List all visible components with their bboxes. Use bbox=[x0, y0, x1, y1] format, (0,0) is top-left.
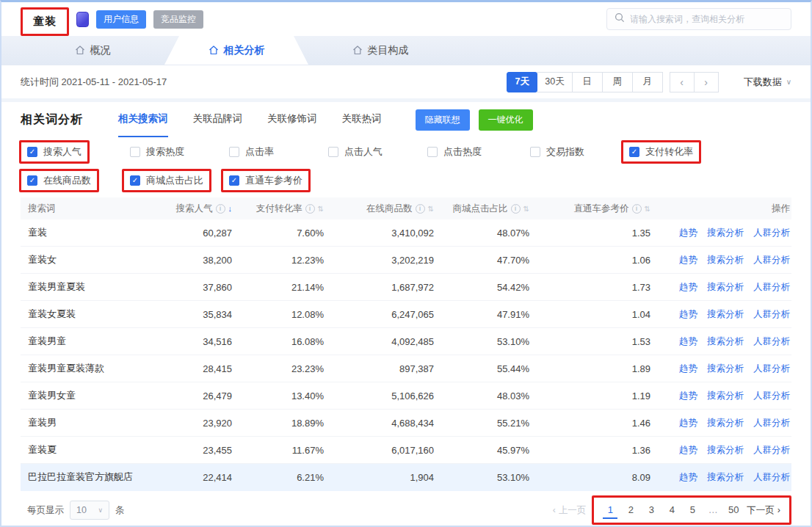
metric-checkbox[interactable] bbox=[229, 147, 239, 157]
date-next-button[interactable]: › bbox=[694, 72, 719, 92]
pagination: ‹ 上一页 12345…50 下一页 › bbox=[553, 495, 791, 525]
metric-label: 点击率 bbox=[245, 145, 274, 159]
value-cell-4: 48.03% bbox=[435, 390, 531, 401]
metric-checkbox[interactable]: ✓ bbox=[130, 175, 140, 186]
metric-label: 商城点击占比 bbox=[146, 174, 203, 187]
action-link-趋势[interactable]: 趋势 bbox=[679, 471, 697, 484]
nav-tab-1[interactable]: 概况 bbox=[21, 36, 164, 65]
table-row: 童装男童34,51616.08%4,092,48553.10%1.53趋势搜索分… bbox=[21, 328, 791, 355]
value-cell-3: 1,904 bbox=[325, 472, 435, 483]
value-cell-4: 48.07% bbox=[435, 228, 531, 239]
action-link-人群分析[interactable]: 人群分析 bbox=[753, 308, 790, 321]
action-link-搜索分析[interactable]: 搜索分析 bbox=[707, 281, 744, 294]
section-tab-3[interactable]: 关联修饰词 bbox=[267, 102, 317, 137]
action-link-搜索分析[interactable]: 搜索分析 bbox=[707, 471, 744, 484]
action-link-搜索分析[interactable]: 搜索分析 bbox=[707, 335, 744, 348]
action-link-人群分析[interactable]: 人群分析 bbox=[753, 417, 790, 429]
column-header-5[interactable]: 商城点击占比i⇅ bbox=[435, 203, 531, 215]
action-link-趋势[interactable]: 趋势 bbox=[679, 363, 697, 375]
action-link-人群分析[interactable]: 人群分析 bbox=[753, 281, 790, 294]
value-cell-3: 6,017,160 bbox=[325, 445, 435, 456]
value-cell-5: 1.06 bbox=[531, 255, 652, 266]
action-link-人群分析[interactable]: 人群分析 bbox=[753, 444, 790, 457]
nav-tab-3[interactable]: 类目构成 bbox=[308, 36, 452, 65]
date-prev-button[interactable]: ‹ bbox=[670, 72, 695, 92]
action-link-趋势[interactable]: 趋势 bbox=[679, 335, 697, 348]
metric-checkbox[interactable]: ✓ bbox=[229, 175, 239, 186]
action-link-搜索分析[interactable]: 搜索分析 bbox=[707, 363, 744, 375]
metric-checkbox-row-2: ✓在线商品数✓商城点击占比✓直通车参考价 bbox=[21, 166, 791, 195]
table-header: 搜索词搜索人气i↓支付转化率i⇅在线商品数i⇅商城点击占比i⇅直通车参考价i⇅操… bbox=[21, 197, 791, 219]
action-link-趋势[interactable]: 趋势 bbox=[679, 254, 697, 266]
next-page-button[interactable]: 下一页 › bbox=[747, 504, 780, 517]
search-box[interactable] bbox=[606, 8, 791, 30]
metric-checkbox[interactable] bbox=[130, 147, 140, 157]
page-number-50[interactable]: 50 bbox=[726, 501, 741, 519]
action-link-趋势[interactable]: 趋势 bbox=[679, 281, 697, 294]
metric-checkbox[interactable]: ✓ bbox=[27, 147, 37, 157]
metric-checkbox[interactable]: ✓ bbox=[629, 147, 639, 157]
value-cell-5: 1.19 bbox=[531, 390, 652, 401]
keyword-cell: 童装男女童 bbox=[21, 389, 167, 402]
section-tabs: 相关搜索词关联品牌词关联修饰词关联热词 bbox=[118, 102, 407, 137]
actions-cell: 趋势搜索分析人群分析 bbox=[652, 444, 791, 457]
user-info-badge[interactable]: 用户信息 bbox=[96, 10, 146, 29]
prev-page-button[interactable]: ‹ 上一页 bbox=[553, 504, 587, 517]
section-tab-2[interactable]: 关联品牌词 bbox=[193, 102, 243, 137]
column-header-2[interactable]: 搜索人气i↓ bbox=[167, 203, 233, 215]
column-header-4[interactable]: 在线商品数i⇅ bbox=[325, 203, 435, 215]
range-button-周[interactable]: 周 bbox=[602, 72, 633, 92]
action-link-趋势[interactable]: 趋势 bbox=[679, 390, 697, 402]
action-link-搜索分析[interactable]: 搜索分析 bbox=[707, 227, 744, 239]
action-link-趋势[interactable]: 趋势 bbox=[679, 417, 697, 429]
action-link-搜索分析[interactable]: 搜索分析 bbox=[707, 444, 744, 457]
metric-checkbox[interactable]: ✓ bbox=[27, 175, 37, 186]
value-cell-2: 12.08% bbox=[233, 309, 325, 320]
one-click-optimize-button[interactable]: 一键优化 bbox=[479, 109, 533, 131]
action-link-人群分析[interactable]: 人群分析 bbox=[753, 471, 790, 484]
competitor-monitor-badge[interactable]: 竞品监控 bbox=[153, 10, 203, 29]
actions-cell: 趋势搜索分析人群分析 bbox=[652, 254, 791, 266]
metric-checkbox[interactable] bbox=[530, 147, 540, 157]
metric-1-4: 点击人气 bbox=[328, 140, 427, 164]
page-number-5[interactable]: 5 bbox=[685, 501, 700, 519]
nav-tab-label: 相关分析 bbox=[224, 44, 265, 57]
section-tab-1[interactable]: 相关搜索词 bbox=[118, 102, 168, 137]
action-link-搜索分析[interactable]: 搜索分析 bbox=[707, 417, 744, 429]
page-number-2[interactable]: 2 bbox=[623, 501, 638, 519]
metric-checkbox[interactable] bbox=[427, 147, 438, 157]
metric-item: 点击人气 bbox=[320, 140, 391, 164]
action-link-人群分析[interactable]: 人群分析 bbox=[753, 335, 790, 348]
page-number-1[interactable]: 1 bbox=[603, 501, 617, 519]
table-row: 童装男23,92018.89%4,688,43455.21%1.46趋势搜索分析… bbox=[21, 410, 791, 437]
action-link-趋势[interactable]: 趋势 bbox=[679, 227, 697, 239]
search-input[interactable] bbox=[630, 14, 783, 24]
action-link-人群分析[interactable]: 人群分析 bbox=[753, 254, 790, 266]
action-link-人群分析[interactable]: 人群分析 bbox=[753, 390, 790, 402]
metric-checkbox[interactable] bbox=[328, 147, 338, 157]
page-size-select[interactable]: 10 ∨ bbox=[70, 501, 109, 520]
section-tab-4[interactable]: 关联热词 bbox=[342, 102, 382, 137]
column-header-6[interactable]: 直通车参考价i⇅ bbox=[531, 203, 652, 215]
action-link-人群分析[interactable]: 人群分析 bbox=[753, 227, 790, 239]
action-link-人群分析[interactable]: 人群分析 bbox=[753, 363, 790, 375]
metric-annotation-box: ✓搜索人气 bbox=[19, 140, 90, 164]
range-button-7天[interactable]: 7天 bbox=[507, 72, 537, 92]
download-data-button[interactable]: 下载数据 ∨ bbox=[744, 76, 791, 89]
column-header-3[interactable]: 支付转化率i⇅ bbox=[233, 203, 325, 215]
hide-suggest-button[interactable]: 隐藏联想 bbox=[416, 109, 470, 131]
action-link-趋势[interactable]: 趋势 bbox=[679, 308, 697, 321]
value-cell-4: 47.91% bbox=[435, 309, 531, 320]
range-button-月[interactable]: 月 bbox=[632, 72, 663, 92]
date-nav-buttons: ‹ › bbox=[670, 72, 719, 92]
page-number-4[interactable]: 4 bbox=[664, 501, 679, 519]
action-link-搜索分析[interactable]: 搜索分析 bbox=[707, 254, 744, 266]
nav-tab-2[interactable]: 相关分析 bbox=[164, 36, 308, 65]
chevron-right-icon: › bbox=[777, 505, 780, 515]
action-link-搜索分析[interactable]: 搜索分析 bbox=[707, 308, 744, 321]
range-button-日[interactable]: 日 bbox=[572, 72, 603, 92]
page-number-3[interactable]: 3 bbox=[644, 501, 659, 519]
range-button-30天[interactable]: 30天 bbox=[537, 72, 572, 92]
action-link-搜索分析[interactable]: 搜索分析 bbox=[707, 390, 744, 402]
action-link-趋势[interactable]: 趋势 bbox=[679, 444, 697, 457]
